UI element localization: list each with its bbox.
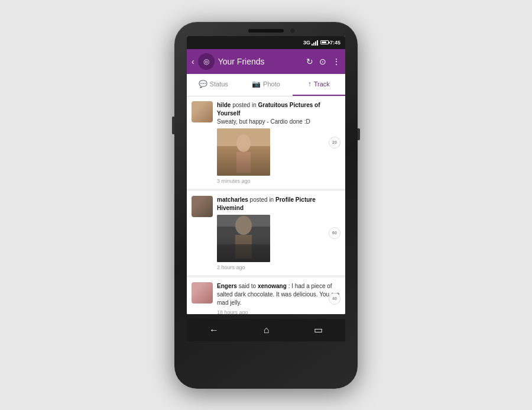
battery-fill: [322, 41, 326, 43]
track-tab-icon: ↑: [308, 80, 312, 88]
status-icons: 3G 7:45: [303, 40, 340, 46]
tab-bar: 💬 Status 📷 Photo ↑ Track: [187, 74, 345, 96]
more-options-icon[interactable]: ⋮: [332, 57, 340, 66]
phone-speaker: [248, 29, 284, 33]
status-tab-label: Status: [210, 80, 228, 88]
svg-rect-1: [217, 146, 270, 176]
feed-image-svg: [217, 215, 270, 262]
status-tab-icon: 💬: [199, 80, 207, 88]
feed-timestamp: 2 hours ago: [217, 264, 340, 270]
tab-photo[interactable]: 📷 Photo: [239, 74, 292, 96]
battery-icon: [320, 40, 329, 44]
feed-item[interactable]: Engers said to xenowang : I had a piece …: [187, 277, 345, 314]
avatar: [192, 196, 213, 217]
feed-badge: 40: [329, 293, 340, 305]
power-button[interactable]: [358, 128, 360, 140]
svg-rect-3: [236, 152, 251, 173]
logo-icon: ◎: [203, 57, 209, 66]
svg-rect-0: [217, 128, 270, 176]
feed-username: matcharles: [217, 196, 248, 203]
feed-target: xenowang: [258, 283, 287, 289]
network-indicator: 3G: [303, 40, 310, 46]
bottom-nav: ← ⌂ ▭: [187, 319, 345, 341]
volume-button[interactable]: [172, 117, 174, 134]
feed-image-svg: [217, 128, 270, 176]
activity-feed: hilde posted in Gratuitous Pictures of Y…: [187, 96, 345, 314]
feed-timestamp: 3 minutes ago: [217, 178, 340, 184]
feed-item-content: Engers said to xenowang : I had a piece …: [217, 282, 340, 314]
feed-item-text: Engers said to xenowang : I had a piece …: [217, 282, 340, 307]
feed-item-content: hilde posted in Gratuitous Pictures of Y…: [217, 101, 340, 184]
feed-item[interactable]: matcharles posted in Profile Picture Hiv…: [187, 191, 345, 275]
refresh-icon[interactable]: ↻: [306, 57, 313, 66]
phone-device: 3G 7:45 ‹ ◎ Your Friends ↻: [174, 22, 358, 389]
feed-username: Engers: [217, 283, 237, 289]
tab-track[interactable]: ↑ Track: [293, 74, 345, 96]
signal-bar-1: [312, 44, 313, 46]
clock: 7:45: [330, 40, 340, 46]
track-tab-label: Track: [314, 80, 330, 88]
feed-badge: 20: [329, 137, 340, 148]
feed-action: said to: [239, 283, 258, 289]
signal-bar-2: [313, 43, 314, 46]
feed-image: [217, 128, 270, 176]
feed-item[interactable]: hilde posted in Gratuitous Pictures of Y…: [187, 96, 345, 189]
svg-point-6: [235, 216, 252, 235]
signal-bar-4: [317, 40, 318, 46]
app-header: ‹ ◎ Your Friends ↻ ⊙ ⋮: [187, 49, 345, 74]
back-nav-button[interactable]: ←: [209, 325, 219, 335]
back-button[interactable]: ‹: [192, 57, 194, 66]
status-bar: 3G 7:45: [187, 36, 345, 49]
app-logo: ◎: [198, 53, 215, 70]
svg-rect-4: [217, 215, 270, 262]
svg-rect-7: [235, 235, 252, 259]
svg-rect-8: [217, 244, 270, 262]
feed-username: hilde: [217, 102, 231, 108]
header-title: Your Friends: [218, 57, 303, 66]
feed-item-text: matcharles posted in Profile Picture Hiv…: [217, 196, 340, 212]
signal-bars: [312, 40, 318, 46]
home-nav-button[interactable]: ⌂: [264, 325, 270, 335]
feed-image: [217, 215, 270, 262]
recents-nav-button[interactable]: ▭: [314, 324, 323, 335]
photo-tab-label: Photo: [263, 80, 280, 88]
photo-tab-icon: 📷: [252, 80, 261, 88]
svg-rect-5: [217, 227, 270, 262]
tab-status[interactable]: 💬 Status: [187, 74, 239, 96]
feed-action: posted in: [232, 102, 258, 108]
feed-action: posted in: [250, 196, 275, 203]
header-action-icons: ↻ ⊙ ⋮: [306, 57, 340, 66]
signal-bar-3: [315, 41, 316, 46]
avatar: [192, 101, 213, 122]
feed-item-content: matcharles posted in Profile Picture Hiv…: [217, 196, 340, 270]
avatar: [192, 282, 213, 304]
record-icon[interactable]: ⊙: [319, 57, 326, 66]
svg-point-2: [236, 134, 251, 152]
feed-badge: 60: [329, 227, 340, 239]
phone-screen: 3G 7:45 ‹ ◎ Your Friends ↻: [187, 36, 345, 314]
feed-timestamp: 18 hours ago: [217, 309, 340, 314]
feed-body: Sweaty, but happy - Cardio done :D: [217, 118, 310, 125]
feed-item-text: hilde posted in Gratuitous Pictures of Y…: [217, 101, 340, 126]
